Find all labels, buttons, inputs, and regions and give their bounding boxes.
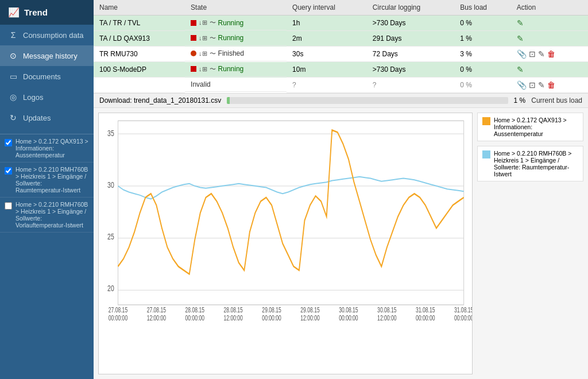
update-icon: ↻	[8, 113, 18, 122]
import-icon[interactable]: ⊡	[529, 80, 536, 90]
status-text: Running	[218, 19, 244, 27]
sidebar-header: 📈 Trend	[0, 0, 94, 25]
svg-text:31.08.15: 31.08.15	[416, 307, 435, 314]
progress-percent: 1 %	[514, 96, 526, 105]
chart-series-item-3[interactable]: Home > 0.2.210 RMH760B > Heizkreis 1 > E…	[0, 198, 94, 233]
chart-mini-icon: 〜	[210, 34, 216, 42]
sidebar-item-documents[interactable]: ▭ Documents	[0, 66, 94, 87]
svg-text:29.08.15: 29.08.15	[300, 307, 320, 314]
svg-text:20: 20	[107, 283, 114, 293]
col-state: State	[185, 0, 287, 16]
col-bus-load: Bus load	[454, 0, 510, 16]
cell-bus-load: 0 %	[454, 62, 510, 78]
cell-name: TA / LD QAX913	[94, 31, 185, 47]
chart-legend: Home > 0.2.172 QAX913 > Informationen: A…	[477, 113, 583, 374]
legend-color-orange	[482, 117, 490, 125]
col-query-interval: Query interval	[287, 0, 367, 16]
status-text: Running	[218, 34, 244, 42]
cell-name	[94, 78, 185, 93]
cell-name: 100 S-ModeDP	[94, 62, 185, 78]
edit-green-icon[interactable]: ✎	[517, 34, 524, 43]
cell-state: ↓⊞ 〜Running	[185, 62, 287, 77]
sidebar-item-consumption[interactable]: Σ Consumption data	[0, 25, 94, 45]
sidebar: 📈 Trend Σ Consumption data ⊙ Message his…	[0, 0, 94, 379]
attach-icon[interactable]: 📎	[517, 49, 527, 59]
cell-query-interval: 2m	[287, 31, 367, 47]
sidebar-item-logos[interactable]: ◎ Logos	[0, 87, 94, 107]
cell-circular-logging: ?	[367, 78, 455, 93]
cell-action: 📎⊡✎🗑	[511, 78, 588, 93]
cell-name: TA / TR / TVL	[94, 16, 185, 31]
download-label: Download: trend_data_1_20180131.csv	[99, 96, 221, 105]
chart-mini-icon: 〜	[210, 18, 216, 27]
series-3-checkbox[interactable]	[5, 202, 12, 210]
svg-text:28.08.15: 28.08.15	[185, 307, 205, 314]
download-bar: Download: trend_data_1_20180131.csv 1 % …	[94, 94, 588, 108]
svg-text:27.08.15: 27.08.15	[147, 307, 167, 314]
svg-text:25: 25	[107, 232, 114, 242]
sidebar-label-logos: Logos	[23, 93, 43, 102]
document-icon: ▭	[8, 72, 18, 81]
sidebar-label-updates: Updates	[23, 114, 51, 122]
legend-label-orange: Home > 0.2.172 QAX913 > Informationen: A…	[494, 117, 578, 137]
arrow-down-icon: ↓⊞	[199, 34, 207, 42]
svg-text:00:00:00: 00:00:00	[185, 314, 205, 322]
arrow-down-icon: ↓⊞	[199, 50, 207, 57]
import-icon[interactable]: ⊡	[529, 49, 536, 59]
attach-icon[interactable]: 📎	[517, 80, 527, 90]
delete-icon[interactable]: 🗑	[547, 49, 555, 59]
sidebar-label-consumption: Consumption data	[23, 31, 84, 40]
series-2-checkbox[interactable]	[5, 167, 12, 175]
svg-text:30.08.15: 30.08.15	[339, 307, 358, 314]
col-name: Name	[94, 0, 185, 16]
svg-text:12:00:00: 12:00:00	[223, 314, 243, 322]
svg-text:00:00:00: 00:00:00	[262, 314, 281, 322]
svg-text:29.08.15: 29.08.15	[262, 307, 281, 314]
trend-table-area: Name State Query interval Circular loggi…	[94, 0, 588, 94]
delete-icon[interactable]: 🗑	[547, 80, 555, 90]
cell-query-interval: ?	[287, 78, 367, 93]
status-text: Invalid	[191, 80, 211, 88]
series-1-label: Home > 0.2.172 QAX913 > Informationen: A…	[16, 138, 89, 158]
edit-icon[interactable]: ✎	[538, 49, 545, 59]
arrow-down-icon: ↓⊞	[199, 19, 207, 26]
series-2-label: Home > 0.2.210 RMH760B > Heizkreis 1 > E…	[16, 166, 89, 194]
svg-text:00:00:00: 00:00:00	[416, 314, 435, 322]
table-row: 100 S-ModeDP↓⊞ 〜Running10m>730 Days0 %✎	[94, 62, 588, 78]
svg-text:00:00:00: 00:00:00	[339, 314, 358, 322]
chart-series-item-2[interactable]: Home > 0.2.210 RMH760B > Heizkreis 1 > E…	[0, 163, 94, 198]
cell-query-interval: 1h	[287, 16, 367, 31]
cell-query-interval: 30s	[287, 47, 367, 62]
edit-green-icon[interactable]: ✎	[517, 65, 524, 74]
status-text: Running	[218, 65, 244, 73]
chart-series-list: Home > 0.2.172 QAX913 > Informationen: A…	[0, 134, 94, 233]
edit-green-icon[interactable]: ✎	[517, 18, 524, 28]
cell-circular-logging: 72 Days	[367, 47, 455, 62]
legend-label-blue: Home > 0.2.210 RMH760B > Heizkreis 1 > E…	[494, 150, 578, 177]
svg-text:00:00:00: 00:00:00	[454, 314, 472, 322]
cell-bus-load: 1 %	[454, 31, 510, 47]
legend-item-orange: Home > 0.2.172 QAX913 > Informationen: A…	[477, 113, 583, 141]
svg-text:28.08.15: 28.08.15	[223, 307, 243, 314]
col-circular-logging: Circular logging	[367, 0, 455, 16]
state-square-icon	[191, 20, 196, 26]
sigma-icon: Σ	[8, 30, 18, 40]
series-1-checkbox[interactable]	[5, 139, 12, 146]
sidebar-item-messages[interactable]: ⊙ Message history	[0, 45, 94, 66]
svg-text:30: 30	[107, 180, 114, 190]
arrow-down-icon: ↓⊞	[199, 65, 207, 73]
message-icon: ⊙	[8, 51, 18, 60]
cell-circular-logging: >730 Days	[367, 16, 455, 31]
sidebar-item-updates[interactable]: ↻ Updates	[0, 107, 94, 128]
state-square-icon	[191, 66, 196, 72]
status-text: Finished	[218, 49, 244, 57]
chart-series-item-1[interactable]: Home > 0.2.172 QAX913 > Informationen: A…	[0, 134, 94, 163]
sidebar-label-documents: Documents	[23, 72, 61, 81]
bus-load-label: Current bus load	[531, 96, 582, 105]
edit-icon[interactable]: ✎	[538, 80, 545, 90]
cell-circular-logging: >730 Days	[367, 62, 455, 78]
svg-text:35: 35	[107, 128, 114, 138]
cell-bus-load: 0 %	[454, 78, 510, 93]
trend-icon: 📈	[8, 7, 20, 18]
state-square-icon	[191, 35, 196, 41]
